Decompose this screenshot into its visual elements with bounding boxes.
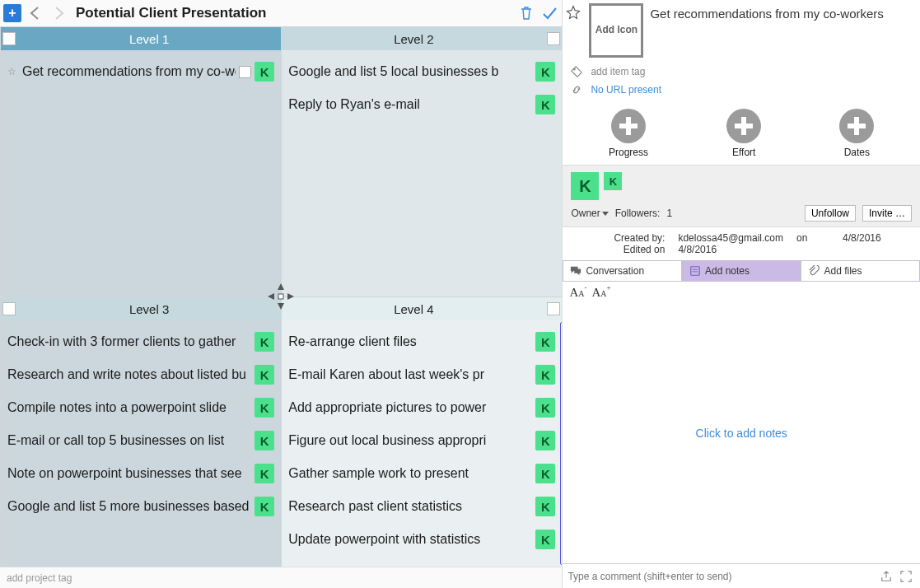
increase-font-button[interactable]: AA+ bbox=[592, 285, 611, 300]
tab-add-files-label: Add files bbox=[824, 265, 862, 277]
detail-tabs: Conversation Add notes Add files bbox=[563, 260, 920, 282]
url-field[interactable]: No URL present bbox=[591, 84, 661, 96]
task-text: Re-arrange client files bbox=[288, 334, 532, 349]
tab-conversation[interactable]: Conversation bbox=[563, 260, 682, 281]
toolbar: + Potential Client Presentation bbox=[0, 0, 562, 26]
task-avatar[interactable]: K bbox=[535, 398, 555, 418]
notes-editor[interactable]: Click to add notes bbox=[563, 303, 920, 563]
level3-title: Level 3 bbox=[17, 302, 281, 316]
task-text: Reply to Ryan's e-mail bbox=[288, 97, 532, 112]
detail-panel: Add Icon Get recommendations from my co-… bbox=[563, 0, 920, 588]
task-avatar[interactable]: K bbox=[255, 497, 274, 516]
unfollow-button[interactable]: Unfollow bbox=[805, 205, 856, 222]
task-avatar[interactable]: K bbox=[535, 62, 555, 82]
task-row[interactable]: Reply to Ryan's e-mail K bbox=[283, 88, 560, 121]
task-avatar[interactable]: K bbox=[535, 530, 555, 549]
task-row[interactable]: Google and list 5 more businesses basedK bbox=[2, 490, 279, 523]
task-text: Add appropriate pictures to power bbox=[288, 400, 532, 415]
created-block: Created by: kdelossa45@gmail.com on 4/8/… bbox=[563, 227, 920, 260]
conversation-icon bbox=[570, 265, 581, 277]
add-item-tag[interactable]: add item tag bbox=[591, 66, 645, 77]
add-progress-button[interactable]: Progress bbox=[609, 109, 648, 158]
task-row[interactable]: ☆ Get recommendations from my co-workers… bbox=[2, 55, 279, 88]
task-row[interactable]: Update powerpoint with statisticsK bbox=[283, 523, 560, 556]
task-text: Update powerpoint with statistics bbox=[288, 532, 532, 547]
created-by-value: kdelossa45@gmail.com bbox=[678, 232, 783, 244]
plus-circle-icon bbox=[839, 109, 874, 143]
star-icon[interactable]: ☆ bbox=[7, 66, 19, 77]
task-avatar[interactable]: K bbox=[255, 464, 274, 483]
tab-conversation-label: Conversation bbox=[586, 265, 644, 277]
task-avatar[interactable]: K bbox=[535, 497, 555, 516]
level2-checkbox[interactable] bbox=[547, 32, 560, 45]
task-row[interactable]: Research past client statisticsK bbox=[283, 490, 560, 523]
follower-count: 1 bbox=[666, 208, 672, 219]
expand-icon[interactable] bbox=[900, 571, 915, 582]
favorite-star-button[interactable] bbox=[566, 3, 582, 58]
follower-avatar[interactable]: K bbox=[604, 172, 622, 190]
owner-avatar[interactable]: K bbox=[571, 172, 599, 200]
task-row[interactable]: Gather sample work to presentK bbox=[283, 457, 560, 490]
task-avatar[interactable]: K bbox=[535, 365, 555, 385]
add-dates-button[interactable]: Dates bbox=[839, 109, 874, 158]
task-avatar[interactable]: K bbox=[535, 464, 555, 483]
new-button[interactable]: + bbox=[3, 4, 21, 22]
task-avatar[interactable]: K bbox=[535, 332, 555, 352]
task-text: E-mail Karen about last week's pr bbox=[288, 367, 532, 382]
created-by-label: Created by: bbox=[574, 232, 665, 244]
tab-add-notes[interactable]: Add notes bbox=[682, 260, 801, 281]
owner-dropdown[interactable]: Owner bbox=[571, 208, 608, 219]
add-icon-button[interactable]: Add Icon bbox=[589, 3, 643, 58]
invite-button[interactable]: Invite … bbox=[862, 205, 912, 222]
task-row[interactable]: E-mail Karen about last week's prK bbox=[283, 358, 560, 391]
add-project-tag[interactable]: add project tag bbox=[7, 572, 72, 584]
task-row[interactable]: E-mail or call top 5 businesses on listK bbox=[2, 424, 279, 457]
back-button[interactable] bbox=[26, 4, 44, 22]
task-row[interactable]: Add appropriate pictures to powerK bbox=[283, 391, 560, 424]
complete-button[interactable] bbox=[540, 4, 558, 22]
forward-button[interactable] bbox=[49, 4, 68, 22]
font-controls: AA- AA+ bbox=[563, 282, 920, 303]
chevron-down-icon bbox=[602, 212, 609, 216]
task-checkbox[interactable] bbox=[239, 66, 251, 78]
delete-button[interactable] bbox=[517, 4, 535, 22]
add-effort-button[interactable]: Effort bbox=[726, 109, 761, 158]
task-row[interactable]: Compile notes into a powerpoint slideK bbox=[2, 391, 279, 424]
tab-add-notes-label: Add notes bbox=[705, 265, 750, 277]
task-avatar[interactable]: K bbox=[255, 365, 274, 385]
link-icon bbox=[571, 84, 584, 96]
task-row[interactable]: Research and write notes about listed bu… bbox=[2, 358, 279, 391]
add-effort-label: Effort bbox=[732, 147, 755, 158]
level1-checkbox[interactable] bbox=[2, 32, 16, 45]
task-row[interactable]: Re-arrange client filesK bbox=[283, 325, 560, 358]
comment-bar bbox=[563, 563, 920, 588]
share-icon[interactable] bbox=[880, 571, 895, 582]
task-row[interactable]: Check-in with 3 former clients to gather… bbox=[2, 325, 279, 358]
task-avatar[interactable]: K bbox=[255, 431, 274, 450]
edited-date: 4/8/2016 bbox=[678, 244, 783, 255]
task-avatar[interactable]: K bbox=[255, 62, 274, 82]
task-row[interactable]: Figure out local business appropriK bbox=[283, 424, 560, 457]
tab-add-files[interactable]: Add files bbox=[801, 260, 920, 281]
task-text: Check-in with 3 former clients to gather bbox=[7, 334, 251, 349]
task-text: Figure out local business appropri bbox=[288, 433, 532, 448]
attachment-icon bbox=[808, 265, 820, 277]
task-text: Gather sample work to present bbox=[288, 466, 532, 481]
task-avatar[interactable]: K bbox=[255, 332, 274, 352]
comment-input[interactable] bbox=[567, 571, 876, 582]
level4-checkbox[interactable] bbox=[547, 302, 560, 315]
level3-checkbox[interactable] bbox=[2, 302, 16, 315]
quadrant-level-4: Level 4 Re-arrange client filesK E-mail … bbox=[281, 296, 562, 567]
followers-label: Followers: bbox=[615, 208, 661, 219]
task-row[interactable]: Google and list 5 local businesses b K bbox=[283, 55, 560, 88]
task-text: Get recommendations from my co-workers bbox=[22, 64, 236, 79]
task-avatar[interactable]: K bbox=[535, 95, 555, 114]
task-text: Research past client statistics bbox=[288, 499, 532, 514]
task-avatar[interactable]: K bbox=[255, 398, 274, 418]
decrease-font-button[interactable]: AA- bbox=[569, 285, 586, 300]
scroll-indicator-icon[interactable] bbox=[560, 322, 562, 565]
task-avatar[interactable]: K bbox=[535, 431, 555, 450]
plus-circle-icon bbox=[726, 109, 761, 143]
add-progress-label: Progress bbox=[609, 147, 648, 158]
task-row[interactable]: Note on powerpoint businesses that seeK bbox=[2, 457, 279, 490]
